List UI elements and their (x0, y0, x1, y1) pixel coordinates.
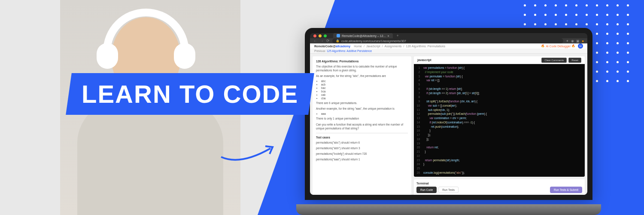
laptop-mockup: RemoteCode@Altcademy – 12... × + ← → ⟳ 🔒… (305, 28, 601, 213)
list-item: aaa (321, 112, 408, 115)
back-icon[interactable]: ← (313, 39, 317, 43)
breadcrumb-item[interactable]: 126 Algorithms: Permutations (406, 45, 445, 48)
problem-note2: There is only 1 unique permutation (316, 117, 408, 120)
problem-title: 126 Algorithms: Permutations (316, 60, 408, 63)
app-logo[interactable]: RemoteCode@altcademy (314, 45, 350, 48)
clear-comments-button[interactable]: Clear Comments (541, 58, 567, 63)
breadcrumb-item[interactable]: Assignments (385, 45, 402, 48)
language-label: javascript (417, 58, 431, 61)
test-case: permutations("bcdefg") should return 720 (316, 152, 408, 156)
hero-banner: LEARN TO CODE (66, 73, 314, 115)
laptop-base (296, 204, 601, 215)
maximize-icon[interactable] (324, 34, 327, 37)
minimize-icon[interactable] (319, 34, 322, 37)
test-case: permutations("abb") should return 3 (316, 146, 408, 150)
breadcrumb-item[interactable]: Home (354, 45, 362, 48)
list-item: cba (321, 97, 408, 100)
arrow-illustration (219, 142, 279, 168)
url-bar: ← → ⟳ 🔒 code.altcademy.com/courses/1/ass… (310, 38, 587, 43)
list-item: cab (321, 93, 408, 96)
test-case: permutations("aaa") should return 1 (316, 157, 408, 161)
code-editor-panel: javascript Clear Comments Reset 1var per… (414, 56, 585, 177)
submit-button[interactable]: Run Tests & Submit (550, 187, 582, 193)
breadcrumb: Home / JavaScript / Assignments / 126 Al… (354, 45, 445, 48)
previous-link-bar: Previous: 125 Algorithms: Additive Persi… (310, 49, 587, 54)
new-tab-icon[interactable]: + (397, 34, 399, 38)
reload-icon[interactable]: ⟳ (326, 39, 330, 43)
problem-objective: The objective of this exercise is to cal… (316, 64, 408, 72)
previous-link[interactable]: 125 Algorithms: Additive Persistence (327, 49, 372, 52)
problem-example: As an example, for the string "abc", the… (316, 74, 408, 78)
terminal-title: Terminal (416, 182, 582, 185)
browser-tabs: RemoteCode@Altcademy – 12... × + (310, 33, 587, 38)
problem-panel: 126 Algorithms: Permutations The objecti… (313, 56, 411, 195)
list-item: abc (321, 80, 408, 83)
problem-note: There are 6 unique permutations. (316, 101, 408, 105)
extension-icon[interactable]: ▣ (576, 39, 580, 43)
terminal-panel: Terminal Run Code Run Tests Run Tests & … (414, 179, 585, 195)
hero-text: LEARN TO CODE (82, 80, 298, 108)
profile-icon[interactable]: ● (582, 39, 584, 43)
ai-debugger-button[interactable]: 🔥 Ai Code Debugger 🔥 (541, 44, 575, 48)
window-controls[interactable] (313, 34, 327, 37)
close-icon[interactable] (313, 34, 316, 37)
avatar[interactable]: H (578, 43, 583, 49)
browser-window: RemoteCode@Altcademy – 12... × + ← → ⟳ 🔒… (310, 33, 587, 195)
app-header: RemoteCode@altcademy Home / JavaScript /… (310, 43, 587, 49)
tab-close-icon[interactable]: × (387, 34, 389, 37)
favicon-icon (337, 34, 340, 37)
run-tests-button[interactable]: Run Tests (438, 187, 459, 193)
breadcrumb-item[interactable]: JavaScript (366, 45, 380, 48)
lock-icon: 🔒 (336, 39, 340, 43)
list-item: acb (321, 83, 408, 86)
problem-question: Can you write a function that accepts a … (316, 123, 408, 130)
extension-icon[interactable]: ◉ (571, 39, 574, 43)
run-code-button[interactable]: Run Code (416, 187, 437, 193)
flame-icon: 🔥 (541, 44, 545, 48)
code-editor[interactable]: 1var permutations = function (str) {2 //… (414, 64, 585, 177)
test-cases-title: Test cases (316, 136, 408, 139)
list-item: bac (321, 86, 408, 89)
permutation-list: aaa (321, 112, 408, 115)
permutation-list: abcacbbacbcacabcba (321, 80, 408, 100)
test-case: permutations("abc") should return 6 (316, 141, 408, 144)
flame-icon: 🔥 (571, 44, 575, 48)
list-item: bca (321, 90, 408, 93)
reset-button[interactable]: Reset (568, 58, 581, 63)
problem-example2: Another example, for the string "aaa", t… (316, 107, 408, 111)
forward-icon[interactable]: → (320, 39, 324, 43)
tab-title: RemoteCode@Altcademy – 12... (342, 34, 386, 37)
browser-tab[interactable]: RemoteCode@Altcademy – 12... × (333, 33, 393, 38)
url-text: code.altcademy.com/courses/1/assignments… (341, 40, 406, 43)
extension-icon[interactable]: ✦ (566, 39, 569, 43)
address-bar[interactable]: 🔒 code.altcademy.com/courses/1/assignmen… (332, 38, 563, 43)
